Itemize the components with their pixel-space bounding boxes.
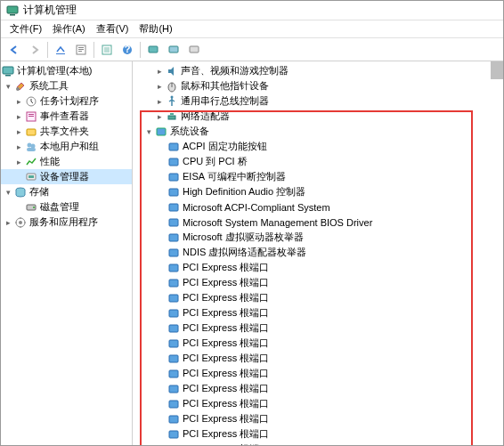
device-label: PCI Express 根端口 xyxy=(183,382,269,395)
device-item[interactable]: PCI Express 根端口 xyxy=(133,366,503,381)
expand-icon[interactable]: ▸ xyxy=(13,126,24,137)
refresh-button[interactable] xyxy=(97,40,117,60)
svg-rect-12 xyxy=(169,46,178,53)
view-resources-button[interactable] xyxy=(164,40,183,60)
device-item[interactable]: PCI Express 根端口 xyxy=(133,260,503,275)
tree-task-scheduler[interactable]: ▸ 任务计划程序 xyxy=(1,93,132,109)
tree-label: 网络适配器 xyxy=(181,109,230,123)
device-item[interactable]: PCI Express 根端口 xyxy=(133,320,503,336)
device-label: PCI Express 根端口 xyxy=(183,261,269,274)
device-item[interactable]: PCI Express 根端口 xyxy=(133,290,503,305)
device-icon xyxy=(167,171,180,183)
device-item[interactable]: ACPI 固定功能按钮 xyxy=(133,139,503,154)
menu-action[interactable]: 操作(A) xyxy=(47,20,91,37)
device-label: Microsoft 虚拟驱动器枚举器 xyxy=(183,231,304,244)
category-network[interactable]: ▸ 网络适配器 xyxy=(133,109,503,124)
expand-icon[interactable]: ▸ xyxy=(154,81,165,92)
device-icon xyxy=(167,201,180,214)
device-icon xyxy=(167,156,180,168)
users-icon xyxy=(25,141,37,153)
svg-rect-48 xyxy=(169,295,178,302)
show-hidden-button[interactable] xyxy=(184,40,204,60)
tree-device-manager[interactable]: ▸ 设备管理器 xyxy=(1,169,132,184)
device-item[interactable]: PCI Express 根端口 xyxy=(133,381,503,396)
view-devices-button[interactable] xyxy=(143,40,163,60)
expand-icon[interactable]: ▸ xyxy=(13,142,24,152)
device-item[interactable]: PCI Express 根端口 xyxy=(133,396,503,411)
properties-button[interactable] xyxy=(71,40,91,60)
tree-disk-mgmt[interactable]: ▸ 磁盘管理 xyxy=(1,199,132,215)
collapse-icon[interactable]: ▾ xyxy=(3,187,13,198)
svg-rect-11 xyxy=(149,46,158,53)
separator xyxy=(47,42,48,58)
device-label: PCI Express 根端口 xyxy=(183,427,269,441)
device-item[interactable]: PCI Express 根端口 xyxy=(133,351,503,366)
svg-rect-56 xyxy=(169,416,178,423)
device-item[interactable]: PCI Express 根端口 xyxy=(133,305,503,320)
tree-label: 声音、视频和游戏控制器 xyxy=(181,64,289,77)
category-mouse[interactable]: ▸ 鼠标和其他指针设备 xyxy=(133,78,503,93)
collapse-icon[interactable]: ▾ xyxy=(143,126,154,137)
up-button[interactable] xyxy=(51,40,70,60)
svg-rect-21 xyxy=(27,129,36,135)
device-tree[interactable]: ▸ 声音、视频和游戏控制器 ▸ 鼠标和其他指针设备 ▸ 通用串行总线控制器 ▸ … xyxy=(133,61,503,445)
computer-icon xyxy=(2,65,14,77)
help-button[interactable]: ? xyxy=(118,40,137,60)
svg-rect-45 xyxy=(169,249,178,256)
device-icon xyxy=(167,322,180,335)
tree-storage[interactable]: ▾ 存储 xyxy=(1,184,132,199)
tree-system-tools[interactable]: ▾ 系统工具 xyxy=(1,78,132,93)
device-item[interactable]: Microsoft 虚拟驱动器枚举器 xyxy=(133,230,503,245)
category-audio[interactable]: ▸ 声音、视频和游戏控制器 xyxy=(133,63,503,78)
disk-icon xyxy=(25,201,37,214)
expand-icon[interactable]: ▸ xyxy=(13,157,24,167)
device-item[interactable]: PCI Express 根端口 xyxy=(133,336,503,351)
expand-icon[interactable]: ▸ xyxy=(154,96,165,107)
tree-event-viewer[interactable]: ▸ 事件查看器 xyxy=(1,109,132,124)
tree-services[interactable]: ▸ 服务和应用程序 xyxy=(1,215,132,230)
device-icon xyxy=(167,307,180,320)
device-item[interactable]: Microsoft System Management BIOS Driver xyxy=(133,215,503,230)
app-icon xyxy=(6,4,19,17)
device-item[interactable]: PCI Express 根端口 xyxy=(133,275,503,290)
device-item[interactable]: PCI Express 根端口 xyxy=(133,411,503,426)
device-item[interactable]: Microsoft ACPI-Compliant System xyxy=(133,199,503,215)
svg-rect-55 xyxy=(169,401,178,408)
tree-shared-folders[interactable]: ▸ 共享文件夹 xyxy=(1,124,132,139)
expand-icon[interactable]: ▸ xyxy=(13,96,24,107)
expand-icon[interactable]: ▸ xyxy=(13,111,24,122)
storage-icon xyxy=(14,186,27,199)
device-item[interactable]: CPU 到 PCI 桥 xyxy=(133,154,503,169)
forward-button[interactable] xyxy=(25,40,45,60)
expand-icon[interactable]: ▸ xyxy=(3,217,13,228)
category-system-devices[interactable]: ▾ 系统设备 xyxy=(133,124,503,139)
menu-file[interactable]: 文件(F) xyxy=(4,20,47,37)
svg-rect-47 xyxy=(169,280,178,287)
scrollbar-thumb[interactable] xyxy=(491,61,503,79)
device-item[interactable]: PCI Express 根端口 xyxy=(133,442,503,445)
device-item[interactable]: EISA 可编程中断控制器 xyxy=(133,169,503,184)
menu-view[interactable]: 查看(V) xyxy=(91,20,134,37)
collapse-icon[interactable]: ▾ xyxy=(3,81,13,92)
tree-root[interactable]: 计算机管理(本地) xyxy=(1,63,132,78)
expand-icon[interactable]: ▸ xyxy=(154,111,165,122)
tree-performance[interactable]: ▸ 性能 xyxy=(1,154,132,169)
tree-label: 服务和应用程序 xyxy=(29,215,98,229)
svg-rect-36 xyxy=(170,113,174,115)
svg-rect-5 xyxy=(78,49,84,50)
menu-help[interactable]: 帮助(H) xyxy=(134,20,177,37)
device-icon xyxy=(167,398,180,410)
navigation-tree[interactable]: 计算机管理(本地) ▾ 系统工具 ▸ 任务计划程序 ▸ 事件查看器 ▸ 共享文件… xyxy=(1,61,133,445)
device-manager-icon xyxy=(25,171,37,183)
expand-icon[interactable]: ▸ xyxy=(154,66,165,77)
svg-point-23 xyxy=(31,143,36,148)
tree-local-users[interactable]: ▸ 本地用户和组 xyxy=(1,139,132,154)
device-item[interactable]: NDIS 虚拟网络适配器枚举器 xyxy=(133,245,503,260)
device-item[interactable]: High Definition Audio 控制器 xyxy=(133,184,503,199)
svg-rect-2 xyxy=(56,53,65,54)
window-title: 计算机管理 xyxy=(23,3,77,18)
device-item[interactable]: PCI Express 根端口 xyxy=(133,426,503,442)
back-button[interactable] xyxy=(4,40,24,60)
category-usb[interactable]: ▸ 通用串行总线控制器 xyxy=(133,93,503,109)
device-label: PCI Express 根端口 xyxy=(183,367,269,380)
